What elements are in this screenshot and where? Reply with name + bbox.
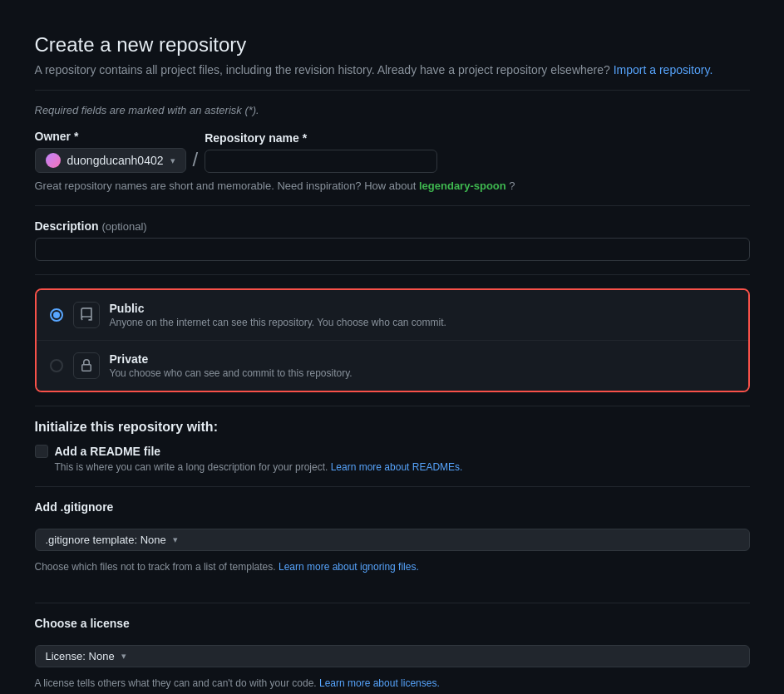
private-radio[interactable] (50, 359, 63, 372)
owner-dropdown[interactable]: duongducanh0402 ▾ (35, 148, 186, 173)
gitignore-chevron-icon: ▾ (173, 534, 178, 545)
divider-vis (35, 274, 750, 275)
gitignore-dropdown[interactable]: .gitignore template: None ▾ (35, 529, 750, 551)
owner-avatar (46, 153, 61, 168)
repo-name-group: Repository name * (205, 131, 437, 173)
gitignore-group: Add .gitignore .gitignore template: None… (35, 500, 750, 589)
license-dropdown[interactable]: License: None ▾ (35, 645, 750, 667)
readme-label: Add a README file (55, 445, 161, 458)
readme-learn-more-link[interactable]: Learn more about READMEs. (331, 461, 463, 473)
license-learn-more-link[interactable]: Learn more about licenses. (319, 677, 440, 689)
description-label: Description (optional) (35, 219, 750, 233)
visibility-section: Public Anyone on the internet can see th… (35, 288, 750, 392)
owner-chevron-icon: ▾ (170, 155, 175, 166)
owner-repo-row: Owner * duongducanh0402 ▾ / Repository n… (35, 130, 750, 173)
suggested-name: legendary-spoon (419, 180, 506, 192)
required-note: Required fields are marked with an aster… (35, 104, 750, 116)
page-title: Create a new repository (35, 33, 750, 57)
import-link[interactable]: Import a repository. (614, 63, 713, 76)
gitignore-label: Add .gitignore (35, 500, 750, 514)
divider-init (35, 406, 750, 406)
repo-name-hint: Great repository names are short and mem… (35, 180, 750, 192)
license-chevron-icon: ▾ (121, 651, 126, 662)
repo-name-input[interactable] (205, 150, 437, 173)
public-icon (73, 302, 100, 328)
page-subtitle: A repository contains all project files,… (35, 63, 750, 76)
slash-separator: / (193, 148, 199, 173)
repo-name-label: Repository name * (205, 131, 437, 145)
readme-hint: This is where you can write a long descr… (55, 461, 750, 473)
license-group: Choose a license License: None ▾ A licen… (35, 617, 750, 694)
private-text: Private You choose who can see and commi… (110, 352, 353, 379)
divider-license (35, 603, 750, 603)
initialize-title: Initialize this repository with: (35, 420, 750, 435)
gitignore-learn-more-link[interactable]: Learn more about ignoring files. (279, 561, 419, 573)
visibility-private-option[interactable]: Private You choose who can see and commi… (37, 341, 748, 391)
private-icon (73, 352, 100, 379)
divider-gitignore (35, 486, 750, 487)
visibility-public-option[interactable]: Public Anyone on the internet can see th… (37, 290, 748, 341)
owner-value: duongducanh0402 (67, 154, 164, 167)
description-input[interactable] (35, 238, 750, 261)
readme-checkbox[interactable] (35, 445, 48, 458)
public-radio[interactable] (50, 308, 63, 322)
owner-label: Owner * (35, 130, 186, 143)
license-hint: A license tells others what they can and… (35, 677, 750, 689)
public-text: Public Anyone on the internet can see th… (110, 302, 446, 328)
license-label: Choose a license (35, 617, 750, 630)
description-group: Description (optional) (35, 219, 750, 261)
divider-top (35, 90, 750, 91)
divider-desc (35, 205, 750, 206)
owner-group: Owner * duongducanh0402 ▾ (35, 130, 186, 173)
readme-row: Add a README file (35, 445, 750, 458)
gitignore-hint: Choose which files not to track from a l… (35, 561, 750, 573)
page-container: Create a new repository A repository con… (35, 33, 750, 694)
